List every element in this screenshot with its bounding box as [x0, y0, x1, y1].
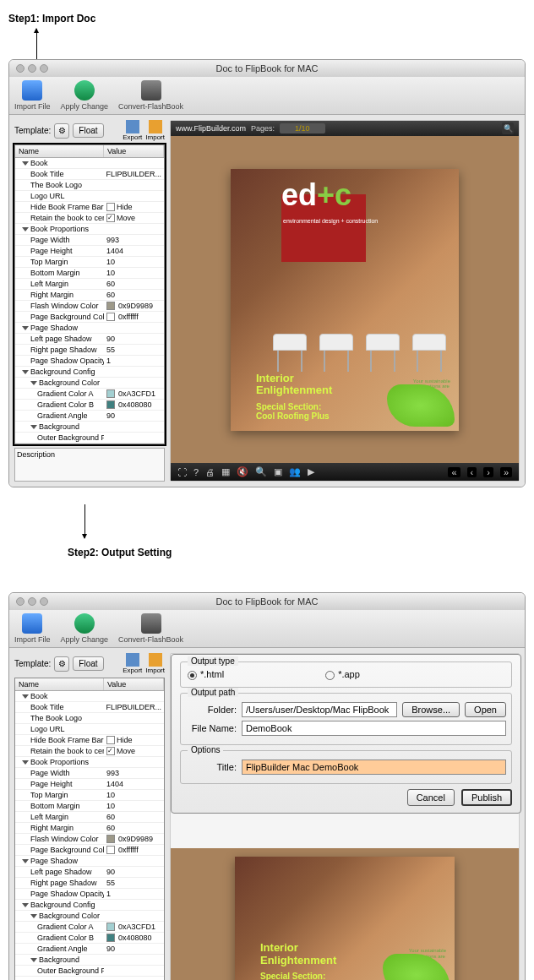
- apply-change-button[interactable]: Apply Change: [61, 613, 109, 644]
- prop-row[interactable]: Background Config: [15, 367, 164, 378]
- template-gear-button[interactable]: ⚙: [54, 123, 69, 139]
- export-button[interactable]: Export: [123, 653, 142, 674]
- sound-icon[interactable]: 🔇: [237, 466, 248, 477]
- radio-app[interactable]: *.app: [325, 669, 360, 680]
- preview-stage[interactable]: ed+c environmental design + construction…: [171, 136, 519, 463]
- help-icon[interactable]: ?: [193, 467, 199, 477]
- open-button[interactable]: Open: [465, 702, 506, 717]
- filename-input[interactable]: [242, 721, 506, 736]
- apply-change-button[interactable]: Apply Change: [61, 80, 109, 111]
- prop-row[interactable]: Book Proportions: [15, 757, 164, 768]
- import-file-button[interactable]: Import File: [14, 80, 51, 111]
- prop-row[interactable]: Hide Book Frame BarHide: [15, 202, 164, 213]
- export-button[interactable]: Export: [123, 120, 142, 141]
- prop-row[interactable]: Page Background Color0xffffff: [15, 845, 164, 856]
- template-name-button[interactable]: Float: [73, 656, 103, 671]
- browse-button[interactable]: Browse...: [402, 702, 460, 717]
- prop-row[interactable]: Book Proportions: [15, 224, 164, 235]
- prop-row[interactable]: Gradient Angle90: [15, 944, 164, 955]
- prop-row[interactable]: Gradient Color B0x408080: [15, 933, 164, 944]
- preview-stage[interactable]: InteriorEnlightenment Special Section:Co…: [171, 848, 519, 980]
- prop-row[interactable]: Retain the book to centerMove: [15, 213, 164, 224]
- first-page-button[interactable]: «: [448, 467, 460, 477]
- prop-row[interactable]: Retain the book to centerMove: [15, 746, 164, 757]
- properties-table[interactable]: Name Value BookBook TitleFLIPBUILDER...T…: [14, 678, 165, 980]
- prop-row[interactable]: Left page Shadow90: [15, 334, 164, 345]
- fullscreen-icon[interactable]: ⛶: [177, 467, 187, 477]
- prop-row[interactable]: Outer Background File: [15, 966, 164, 977]
- prop-row[interactable]: Flash Window Color0x9D9989: [15, 834, 164, 845]
- prop-row[interactable]: Background Color: [15, 378, 164, 389]
- preview-pane: www.FlipBuilder.com Pages: 1/10 🔍 ed+c e…: [170, 120, 520, 482]
- prop-row[interactable]: Background Config: [15, 900, 164, 911]
- window-title: Doc to FlipBook for MAC: [9, 63, 525, 74]
- prop-row[interactable]: Book: [15, 158, 164, 169]
- prop-row[interactable]: The Book Logo: [15, 180, 164, 191]
- prev-page-button[interactable]: ‹: [467, 467, 477, 477]
- pages-indicator[interactable]: 1/10: [280, 123, 325, 133]
- autoplay-icon[interactable]: ▣: [274, 466, 282, 477]
- prop-row[interactable]: Logo URL: [15, 724, 164, 735]
- prop-row[interactable]: Book TitleFLIPBUILDER...: [15, 702, 164, 713]
- thumbs-icon[interactable]: ▦: [221, 466, 230, 477]
- prop-row[interactable]: Top Margin10: [15, 790, 164, 801]
- prop-row[interactable]: Right Margin60: [15, 823, 164, 834]
- print-icon[interactable]: 🖨: [205, 467, 215, 477]
- prop-row[interactable]: Top Margin10: [15, 257, 164, 268]
- prop-row[interactable]: Gradient Color B0x408080: [15, 400, 164, 411]
- prop-row[interactable]: Right page Shadow55: [15, 345, 164, 356]
- folder-input[interactable]: [242, 702, 397, 717]
- next-page-button[interactable]: ›: [483, 467, 493, 477]
- prop-row[interactable]: The Book Logo: [15, 713, 164, 724]
- prop-row[interactable]: Outer Background File: [15, 433, 164, 444]
- publish-button[interactable]: Publish: [461, 789, 512, 806]
- prop-row[interactable]: Left page Shadow90: [15, 867, 164, 878]
- share-icon[interactable]: 👥: [289, 466, 301, 477]
- prop-row[interactable]: Hide Book Frame BarHide: [15, 735, 164, 746]
- prop-row[interactable]: Logo URL: [15, 191, 164, 202]
- convert-button[interactable]: Convert-FlashBook: [118, 80, 183, 111]
- prop-row[interactable]: Right Margin60: [15, 290, 164, 301]
- search-icon[interactable]: 🔍: [502, 122, 514, 134]
- prop-row[interactable]: Left Margin60: [15, 279, 164, 290]
- prop-row[interactable]: Gradient Color A0xA3CFD1: [15, 389, 164, 400]
- prop-row[interactable]: Page Shadow Opacity1: [15, 889, 164, 900]
- prop-row[interactable]: Background: [15, 422, 164, 433]
- prop-row[interactable]: Page Height1404: [15, 246, 164, 257]
- import-button[interactable]: Import: [145, 120, 165, 141]
- prop-row[interactable]: Background Color: [15, 911, 164, 922]
- zoom-icon[interactable]: 🔍: [255, 466, 267, 477]
- import-file-button[interactable]: Import File: [14, 613, 51, 644]
- prop-row[interactable]: Flash Window Color0x9D9989: [15, 301, 164, 312]
- prop-row[interactable]: Left Margin60: [15, 812, 164, 823]
- prop-row[interactable]: Book TitleFLIPBUILDER...: [15, 169, 164, 180]
- prop-row[interactable]: Page Height1404: [15, 779, 164, 790]
- book-cover[interactable]: InteriorEnlightenment Special Section:Co…: [235, 857, 455, 980]
- book-cover[interactable]: ed+c environmental design + construction…: [231, 169, 459, 431]
- step1-label: Step1: Import Doc: [8, 13, 526, 24]
- settings-panel: Template: ⚙ Float Export Import Name Val…: [14, 653, 165, 980]
- cancel-button[interactable]: Cancel: [407, 789, 455, 806]
- prop-row[interactable]: Bottom Margin10: [15, 801, 164, 812]
- title-input[interactable]: [242, 760, 506, 775]
- prop-row[interactable]: Background: [15, 955, 164, 966]
- prop-row[interactable]: Page Width993: [15, 235, 164, 246]
- next-icon[interactable]: ▶: [308, 466, 314, 477]
- prop-row[interactable]: Bottom Margin10: [15, 268, 164, 279]
- prop-row[interactable]: Page Background Color0xffffff: [15, 312, 164, 323]
- radio-html[interactable]: *.html: [188, 669, 224, 680]
- prop-row[interactable]: Page Shadow Opacity1: [15, 356, 164, 367]
- template-name-button[interactable]: Float: [73, 123, 103, 138]
- prop-row[interactable]: Page Shadow: [15, 323, 164, 334]
- properties-table[interactable]: Name Value BookBook TitleFLIPBUILDER...T…: [14, 144, 165, 444]
- prop-row[interactable]: Book: [15, 691, 164, 702]
- convert-button[interactable]: Convert-FlashBook: [118, 613, 183, 644]
- prop-row[interactable]: Gradient Angle90: [15, 411, 164, 422]
- prop-row[interactable]: Right page Shadow55: [15, 878, 164, 889]
- template-gear-button[interactable]: ⚙: [54, 656, 69, 672]
- prop-row[interactable]: Page Shadow: [15, 856, 164, 867]
- import-button[interactable]: Import: [145, 653, 165, 674]
- prop-row[interactable]: Gradient Color A0xA3CFD1: [15, 922, 164, 933]
- prop-row[interactable]: Page Width993: [15, 768, 164, 779]
- last-page-button[interactable]: »: [500, 467, 512, 477]
